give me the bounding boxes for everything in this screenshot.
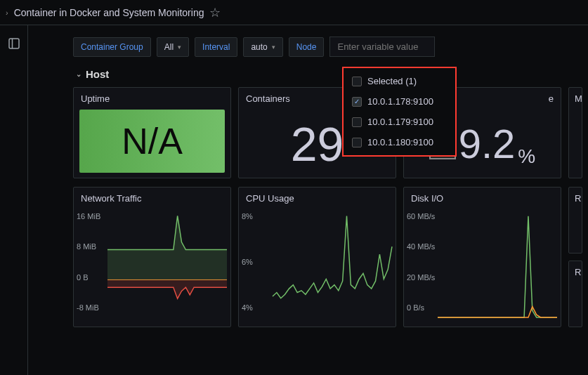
panel-title: CPU Usage [239,188,396,209]
network-traffic-panel[interactable]: Network Traffic 16 MiB8 MiB0 B-8 MiB [73,187,231,327]
cutoff-panel-r2[interactable]: R [568,261,582,327]
cpu-usage-panel[interactable]: CPU Usage 8%6%4% [238,187,396,327]
axis-tick-label: 4% [242,303,253,312]
svg-rect-0 [9,39,19,48]
chevron-down-icon: ▾ [178,44,181,51]
axis-tick-label: 0 B [77,273,89,282]
dropdown-selected-header[interactable]: Selected (1) [344,71,455,91]
dropdown-option[interactable]: 10.0.1.180:9100 [344,132,455,152]
cutoff-panel-m[interactable]: M [568,87,582,178]
interval-label[interactable]: Interval [195,37,237,57]
svg-marker-3 [107,216,227,279]
chevron-right-icon: › [6,8,8,17]
axis-tick-label: -8 MiB [77,303,99,312]
left-sidebar [0,25,28,375]
svg-marker-4 [107,279,227,298]
interval-select[interactable]: auto ▾ [243,37,282,57]
dropdown-option[interactable]: 10.0.1.179:9100 [344,112,455,132]
chart-area: 8%6%4% [239,209,396,327]
chevron-down-icon: ▾ [272,44,275,51]
checkbox-icon [352,138,362,147]
container-group-label[interactable]: Container Group [73,37,151,57]
dropdown-option-label: 10.0.1.178:9100 [367,96,433,107]
memory-value: 9.2 [459,120,516,167]
axis-tick-label: 8% [242,212,253,221]
container-group-value: All [164,42,174,52]
dropdown-option-label: 10.0.1.180:9100 [367,137,433,147]
chevron-down-icon: ⌄ [76,70,81,78]
panel-title: R [569,261,582,283]
axis-tick-label: 20 MB/s [407,273,435,282]
host-section-header[interactable]: ⌄ Host [70,67,588,87]
axis-tick-label: 40 MB/s [407,242,435,251]
axis-tick-label: 0 B/s [407,303,424,312]
page-title[interactable]: Container in Docker and System Monitorin… [14,7,204,18]
chart-area: 16 MiB8 MiB0 B-8 MiB [74,209,230,327]
disk-io-panel[interactable]: Disk I/O 60 MB/s40 MB/s20 MB/s0 B/s [403,187,561,327]
checkbox-icon [352,77,362,86]
panel-title: Network Traffic [74,188,230,209]
container-group-select[interactable]: All ▾ [157,37,189,57]
interval-value: auto [251,42,267,52]
dropdown-selected-label: Selected (1) [367,76,417,86]
dropdown-option-label: 10.0.1.179:9100 [367,117,433,127]
panel-title: Uptime [74,88,230,110]
panel-title: Disk I/O [404,188,561,209]
breadcrumb-bar: › Container in Docker and System Monitor… [0,0,588,25]
section-title: Host [86,68,109,80]
checkbox-checked-icon: ✓ [352,97,362,107]
node-label[interactable]: Node [289,37,325,57]
chart-area: 60 MB/s40 MB/s20 MB/s0 B/s [404,209,561,327]
uptime-value: N/A [79,110,225,173]
node-variable-dropdown: Selected (1) ✓10.0.1.178:910010.0.1.179:… [342,67,457,157]
panel-title: R [569,188,582,209]
cutoff-panel-r1[interactable]: R [568,187,582,254]
memory-unit: % [518,145,535,168]
axis-tick-label: 16 MiB [77,212,100,221]
favorite-star-icon[interactable]: ☆ [209,5,221,20]
dashboard-content: Container Group All ▾ Interval auto ▾ No… [70,25,588,375]
uptime-panel[interactable]: Uptime N/A [73,87,231,178]
axis-tick-label: 8 MiB [77,242,96,251]
axis-tick-label: 6% [242,258,253,266]
dropdown-option[interactable]: ✓10.0.1.178:9100 [344,91,455,112]
panel-title: M [569,88,582,110]
node-variable-input[interactable] [329,37,435,57]
stats-row: Uptime N/A Containers 29 e 9.2 % M [70,87,588,187]
panel-toggle-icon[interactable] [1,31,27,56]
variable-controls: Container Group All ▾ Interval auto ▾ No… [70,37,588,67]
axis-tick-label: 60 MB/s [407,212,435,221]
charts-row: Network Traffic 16 MiB8 MiB0 B-8 MiB CPU… [70,187,588,336]
checkbox-icon [352,117,362,127]
